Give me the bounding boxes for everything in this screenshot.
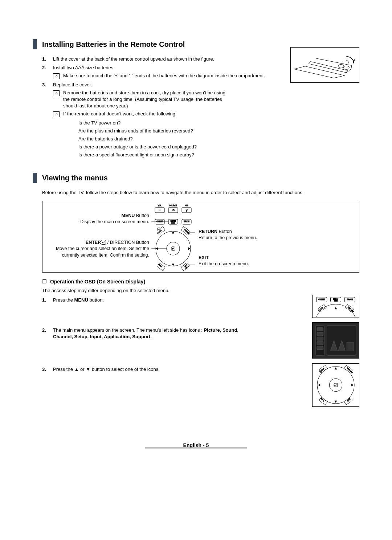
- svg-text:CH LIST: CH LIST: [156, 221, 163, 222]
- svg-text:FAV.CH: FAV.CH: [184, 221, 189, 222]
- check-item: Is the TV power on?: [78, 120, 359, 126]
- osd-step: 1. Press the MENU button.: [42, 297, 242, 303]
- enter-label: ENTER: [86, 240, 101, 245]
- svg-text:VOL: VOL: [158, 204, 162, 206]
- svg-rect-46: [317, 341, 323, 345]
- intro-text: Before using the TV, follow the steps be…: [42, 189, 359, 196]
- note-row: 𝒪 If the remote control doesn't work, ch…: [53, 111, 359, 117]
- svg-point-0: [338, 64, 344, 68]
- return-label-suffix: Button: [217, 229, 232, 234]
- svg-rect-47: [317, 346, 323, 350]
- section-title-text: Installing Batteries in the Remote Contr…: [42, 39, 185, 49]
- svg-text:TOOLS: TOOLS: [318, 307, 323, 312]
- svg-rect-36: [334, 300, 338, 302]
- svg-text:INFO.: INFO.: [320, 398, 325, 402]
- side-figure-1: CH LIST MENU FAV.CH TOOLS RETURN: [312, 295, 359, 318]
- svg-text:-▮: -▮: [185, 266, 188, 269]
- check-item: Are the plus and minus ends of the batte…: [78, 128, 359, 134]
- note-icon: 𝒪: [53, 90, 60, 96]
- svg-rect-43: [317, 328, 323, 331]
- note-text: If the remote control doesn't work, chec…: [63, 111, 176, 117]
- page-shadow: [145, 447, 247, 449]
- svg-text:−: −: [159, 208, 161, 212]
- osd-heading-text: Operation the OSD (On Screen Display): [50, 279, 145, 285]
- svg-rect-44: [317, 332, 323, 336]
- svg-text:∨: ∨: [185, 209, 188, 212]
- title-accent-bar: [33, 173, 37, 183]
- step-text: The main menu appears on the screen. The…: [53, 327, 204, 333]
- list-number: 2.: [42, 327, 53, 340]
- svg-text:TOOLS: TOOLS: [319, 368, 325, 373]
- enter-icon: ↵: [101, 240, 106, 245]
- note-icon: 𝒪: [53, 111, 60, 117]
- exit-desc: Exit the on-screen menu.: [199, 261, 289, 267]
- step-text: Press the ▲ or ▼ button to select one of…: [53, 367, 160, 372]
- osd-step: 3. Press the ▲ or ▼ button to select one…: [42, 366, 242, 373]
- return-desc: Return to the previous menu.: [199, 235, 289, 241]
- title-accent-bar: [33, 39, 37, 49]
- svg-text:INFO.: INFO.: [158, 263, 162, 268]
- check-item: Are the batteries drained?: [78, 136, 359, 142]
- svg-text:MENU: MENU: [171, 220, 176, 222]
- side-figure-3: ↵ TOOLS RETURN INFO. EXIT: [312, 363, 359, 407]
- svg-text:EXIT: EXIT: [347, 398, 351, 402]
- remote-illustration: VOL− SOURCE⟲ CH∨ CH LIST MENU FAV.CH ↵: [151, 203, 195, 271]
- list-number: 2.: [42, 65, 53, 79]
- svg-point-1: [343, 66, 349, 69]
- section-title-text: Viewing the menus: [42, 173, 108, 183]
- svg-rect-49: [347, 342, 354, 351]
- svg-rect-45: [317, 337, 323, 341]
- list-number: 3.: [42, 366, 53, 373]
- list-number: 1.: [42, 56, 53, 62]
- svg-text:⟲: ⟲: [172, 209, 175, 212]
- list-item: 3. Replace the cover. 𝒪 Remove the batte…: [42, 82, 359, 118]
- svg-text:CH: CH: [185, 204, 188, 206]
- note-row: 𝒪 Remove the batteries and store them in…: [53, 90, 231, 110]
- svg-text:↵: ↵: [335, 384, 337, 387]
- osd-access-text: The access step may differ depending on …: [42, 287, 359, 294]
- square-bullet-icon: ❐: [42, 278, 49, 286]
- menu-label: MENU: [122, 213, 135, 218]
- svg-text:FAV.CH: FAV.CH: [347, 299, 353, 300]
- enter-label-suffix: / DIRECTION Button: [106, 240, 149, 245]
- menu-label-suffix: Button: [135, 213, 149, 218]
- step-text-bold: MENU: [74, 297, 88, 303]
- osd-heading: ❐ Operation the OSD (On Screen Display): [42, 278, 359, 286]
- menu-desc: Display the main on-screen menu.: [44, 219, 149, 225]
- note-text: Remove the batteries and store them in a…: [63, 90, 231, 110]
- side-figure-2: [312, 322, 359, 359]
- svg-rect-15: [171, 222, 175, 224]
- step-text: Press the: [53, 297, 74, 303]
- svg-text:CH LIST: CH LIST: [318, 299, 325, 300]
- return-label: RETURN: [199, 229, 217, 234]
- check-item: Is there a special fluorescent light or …: [78, 152, 359, 158]
- svg-text:↵: ↵: [172, 247, 175, 250]
- svg-text:SOURCE: SOURCE: [169, 204, 177, 206]
- svg-text:MENU: MENU: [333, 298, 339, 300]
- osd-step: 2. The main menu appears on the screen. …: [42, 327, 242, 340]
- enter-desc: Move the cursor and select an item. Sele…: [44, 246, 149, 258]
- step-text: button.: [88, 297, 104, 303]
- section-title-menus: Viewing the menus: [33, 173, 359, 183]
- note-text: Make sure to match the '+' and '–' ends …: [63, 73, 265, 79]
- list-number: 1.: [42, 297, 53, 303]
- note-icon: 𝒪: [53, 73, 60, 79]
- list-number: 3.: [42, 82, 53, 118]
- remote-diagram: MENU Button Display the main on-screen m…: [42, 201, 359, 273]
- check-item: Is there a power outage or is the power …: [78, 144, 359, 150]
- remote-battery-illustration: [291, 48, 359, 83]
- figure-remote-battery: [290, 47, 359, 83]
- exit-label: EXIT: [199, 255, 209, 260]
